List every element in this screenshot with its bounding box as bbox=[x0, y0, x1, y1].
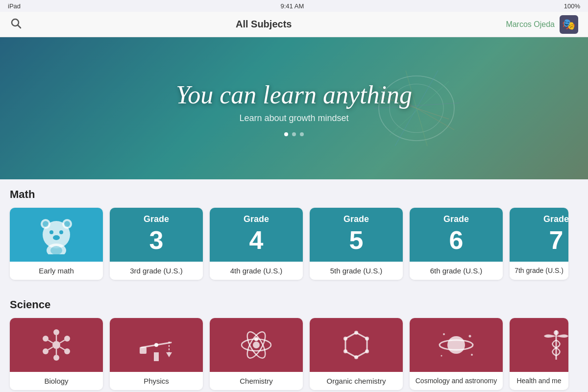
svg-point-43 bbox=[254, 337, 258, 341]
svg-line-30 bbox=[60, 340, 65, 343]
username-label[interactable]: Marcos Ojeda bbox=[506, 20, 555, 29]
sci-card-organic-chemistry[interactable]: Organic chemistry bbox=[310, 318, 403, 390]
cosmology-icon bbox=[437, 325, 476, 365]
svg-point-51 bbox=[447, 336, 465, 354]
svg-point-21 bbox=[53, 329, 59, 335]
hero-dot-3[interactable] bbox=[300, 132, 304, 136]
math-cards-row: Early math Grade 3 3rd grade (U.S.) Grad… bbox=[10, 208, 578, 285]
battery-label: 100% bbox=[564, 2, 580, 10]
page-title: All Subjects bbox=[236, 19, 292, 30]
grade4-word: Grade bbox=[244, 214, 269, 225]
svg-point-53 bbox=[443, 333, 445, 335]
svg-point-20 bbox=[52, 341, 60, 349]
grade3-word: Grade bbox=[144, 214, 169, 225]
svg-point-46 bbox=[365, 337, 369, 341]
science-section-title: Science bbox=[10, 298, 578, 311]
grade4-image: Grade 4 bbox=[210, 208, 303, 262]
svg-point-50 bbox=[343, 337, 347, 341]
svg-point-48 bbox=[354, 355, 358, 359]
svg-marker-37 bbox=[166, 352, 172, 357]
svg-point-17 bbox=[53, 235, 60, 240]
sci-card-biology[interactable]: Biology bbox=[10, 318, 103, 390]
sci-card-cosmology[interactable]: Cosmology and astronomy bbox=[410, 318, 503, 390]
hero-dot-1[interactable] bbox=[284, 132, 288, 136]
grade7-text: Grade 7 bbox=[543, 214, 568, 255]
hero-banner: You can learn anything Learn about growt… bbox=[0, 37, 588, 179]
hero-dot-2[interactable] bbox=[292, 132, 296, 136]
svg-point-24 bbox=[64, 336, 70, 342]
svg-point-22 bbox=[53, 355, 59, 361]
sci-card-health[interactable]: Health and me bbox=[510, 318, 568, 390]
sci-card-chemistry[interactable]: Chemistry bbox=[210, 318, 303, 390]
cosmology-label: Cosmology and astronomy bbox=[410, 372, 503, 390]
science-cards-row: Biology Physics bbox=[10, 318, 578, 392]
svg-line-32 bbox=[60, 347, 65, 350]
math-card-grade4[interactable]: Grade 4 4th grade (U.S.) bbox=[210, 208, 303, 280]
svg-line-1 bbox=[18, 25, 21, 28]
grade4-num: 4 bbox=[244, 225, 269, 255]
grade7-image: Grade 7 bbox=[510, 208, 568, 262]
svg-point-15 bbox=[49, 230, 53, 234]
grade7-num: 7 bbox=[543, 225, 568, 255]
avatar[interactable]: 🎭 bbox=[560, 15, 578, 34]
grade5-image: Grade 5 bbox=[310, 208, 403, 262]
health-icon bbox=[537, 325, 568, 365]
grade5-word: Grade bbox=[343, 214, 369, 225]
svg-point-14 bbox=[64, 221, 70, 227]
svg-point-56 bbox=[441, 355, 442, 357]
svg-point-42 bbox=[253, 342, 260, 348]
nav-bar: All Subjects Marcos Ojeda 🎭 bbox=[0, 12, 588, 37]
grade6-label: 6th grade (U.S.) bbox=[410, 262, 503, 280]
status-bar: iPad 9:41 AM 100% bbox=[0, 0, 588, 12]
svg-point-16 bbox=[59, 230, 63, 234]
svg-point-58 bbox=[554, 330, 559, 335]
grade3-image: Grade 3 bbox=[110, 208, 203, 262]
organic-icon bbox=[337, 325, 376, 365]
svg-point-38 bbox=[154, 343, 158, 347]
svg-point-25 bbox=[43, 348, 49, 354]
math-card-grade6[interactable]: Grade 6 6th grade (U.S.) bbox=[410, 208, 503, 280]
svg-point-26 bbox=[64, 348, 70, 354]
math-card-early-math[interactable]: Early math bbox=[10, 208, 103, 280]
svg-line-29 bbox=[48, 340, 53, 343]
device-label: iPad bbox=[8, 2, 21, 10]
organic-label: Organic chemistry bbox=[310, 372, 403, 390]
grade4-text: Grade 4 bbox=[244, 214, 269, 255]
grade5-label: 5th grade (U.S.) bbox=[310, 262, 403, 280]
math-section: Math bbox=[0, 179, 588, 290]
search-icon[interactable] bbox=[10, 17, 22, 32]
grade6-word: Grade bbox=[443, 214, 469, 225]
math-card-grade7[interactable]: Grade 7 7th grade (U.S.) bbox=[510, 208, 568, 280]
chemistry-image bbox=[210, 318, 303, 372]
physics-label: Physics bbox=[110, 372, 203, 390]
grade6-text: Grade 6 bbox=[443, 214, 469, 255]
biology-image bbox=[10, 318, 103, 372]
chemistry-icon bbox=[237, 325, 276, 365]
user-section: Marcos Ojeda 🎭 bbox=[506, 15, 578, 34]
math-card-grade5[interactable]: Grade 5 5th grade (U.S.) bbox=[310, 208, 403, 280]
early-math-label: Early math bbox=[10, 262, 103, 280]
svg-rect-35 bbox=[140, 347, 147, 354]
grade4-label: 4th grade (U.S.) bbox=[210, 262, 303, 280]
grade5-num: 5 bbox=[343, 225, 369, 255]
hero-content: You can learn anything Learn about growt… bbox=[176, 80, 412, 136]
health-label: Health and me bbox=[510, 372, 568, 390]
math-section-title: Math bbox=[10, 188, 578, 201]
svg-point-23 bbox=[43, 336, 49, 342]
chemistry-label: Chemistry bbox=[210, 372, 303, 390]
hero-dots bbox=[176, 132, 412, 136]
hero-title: You can learn anything bbox=[176, 80, 412, 109]
svg-point-54 bbox=[469, 335, 471, 338]
biology-label: Biology bbox=[10, 372, 103, 390]
svg-point-47 bbox=[365, 349, 369, 353]
science-section: Science bbox=[0, 290, 588, 392]
cosmology-image bbox=[410, 318, 503, 372]
grade7-word: Grade bbox=[543, 214, 568, 225]
svg-point-13 bbox=[43, 221, 49, 227]
organic-image bbox=[310, 318, 403, 372]
sci-card-physics[interactable]: Physics bbox=[110, 318, 203, 390]
health-image bbox=[510, 318, 568, 372]
math-card-grade3[interactable]: Grade 3 3rd grade (U.S.) bbox=[110, 208, 203, 280]
biology-icon bbox=[37, 325, 76, 365]
early-math-image bbox=[10, 208, 103, 262]
